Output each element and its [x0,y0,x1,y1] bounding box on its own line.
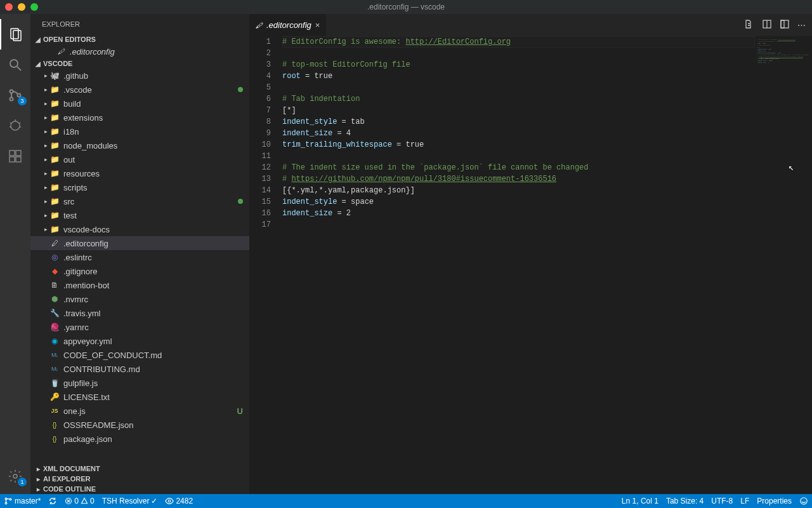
folder-build[interactable]: ▸build [30,97,249,110]
file-appveyor-yml[interactable]: appveyor.yml [30,334,249,348]
more-icon[interactable]: ⋯ [797,20,806,30]
ico-eslint [49,252,60,262]
file-gulpfile-js[interactable]: gulpfile.js [30,376,249,390]
folder-out[interactable]: ▸out [30,152,249,166]
svg-point-7 [11,121,20,130]
file--travis-yml[interactable]: .travis.yml [30,306,249,320]
file-CODE_OF_CONDUCT-md[interactable]: CODE_OF_CONDUCT.md [30,348,249,362]
tree-item-label: .eslintrc [63,253,249,262]
file--eslintrc[interactable]: .eslintrc [30,250,249,264]
file--yarnrc[interactable]: .yarnrc [30,320,249,334]
window-maximize-button[interactable] [30,3,38,11]
ico-i18n [49,126,60,137]
folder--vscode[interactable]: ▸.vscode [30,83,249,97]
chevron-right-icon: ▸ [42,156,49,163]
file--editorconfig[interactable]: .editorconfig [30,236,249,250]
tree-item-label: build [63,99,249,109]
tab-editorconfig[interactable]: .editorconfig × [249,14,326,36]
open-editor-item[interactable]: .editorconfig [30,44,249,58]
window-title: .editorconfig — vscode [367,3,445,11]
tree-item-label: LICENSE.txt [63,392,249,402]
tree-item-label: extensions [63,113,249,123]
folder-i18n[interactable]: ▸i18n [30,124,249,138]
svg-rect-14 [10,157,15,162]
folder-extensions[interactable]: ▸extensions [30,110,249,124]
diff-icon[interactable] [744,19,754,31]
ico-gh [49,70,60,81]
tree-item-label: .github [63,71,249,81]
code[interactable]: # EditorConfig is awesome: http://Editor… [282,36,755,494]
activitybar: 3 1 [0,14,30,494]
file--gitignore[interactable]: .gitignore [30,264,249,278]
status-encoding[interactable]: UTF-8 [707,494,737,508]
chevron-right-icon: ▸ [42,226,49,232]
window-minimize-button[interactable] [18,3,25,11]
folder-node_modules[interactable]: ▸node_modules [30,138,249,152]
editorconfig-icon [256,20,263,30]
status-tabsize[interactable]: Tab Size: 4 [662,494,707,508]
file-CONTRIBUTING-md[interactable]: CONTRIBUTING.md [30,362,249,376]
svg-point-29 [801,498,808,505]
folder-resources[interactable]: ▸resources [30,166,249,180]
file-LICENSE-txt[interactable]: LICENSE.txt [30,390,249,404]
chevron-right-icon: ▸ [42,184,49,190]
svg-rect-20 [781,20,789,28]
status-feedback-icon[interactable] [796,494,812,508]
tree-item-label: .vscode [63,85,238,95]
file-one-js[interactable]: one.jsU [30,404,249,418]
folder-test[interactable]: ▸test [30,208,249,222]
svg-line-3 [17,67,21,70]
ico-git [49,266,60,276]
ico-vscode [49,84,60,95]
activitybar-debug-icon[interactable] [0,110,30,141]
section-xml-document[interactable]: ▸XML DOCUMENT [30,464,249,474]
ico-folder [49,98,60,109]
status-eol[interactable]: LF [737,494,753,508]
ico-yarn [49,322,60,332]
section-open-editors[interactable]: ◢OPEN EDITORS [30,34,249,44]
activitybar-settings-icon[interactable]: 1 [0,461,30,491]
file--nvmrc[interactable]: .nvmrc [30,292,249,306]
folder-src[interactable]: ▸src [30,194,249,208]
activitybar-explorer-icon[interactable] [0,19,30,50]
ico-json [49,420,60,430]
ico-md [49,364,60,374]
tree-item-label: node_modules [63,141,249,150]
chevron-right-icon: ▸ [42,72,49,79]
editor-content[interactable]: 1234567891011121314151617 # EditorConfig… [249,36,812,494]
status-tsh-resolver[interactable]: TSH Resolver ✓ [98,494,162,508]
split-editor-icon[interactable] [762,19,772,31]
chevron-right-icon: ▸ [42,86,49,93]
status-lncol[interactable]: Ln 1, Col 1 [618,494,662,508]
tree-item-label: resources [63,169,249,178]
section-ai-explorer[interactable]: ▸AI EXPLORER [30,474,249,484]
file--mention-bot[interactable]: .mention-bot [30,278,249,292]
statusbar: master* 0 0 TSH Resolver ✓ 2482 Ln 1, Co… [0,494,812,508]
settings-badge: 1 [18,478,27,486]
minimap[interactable]: # EditorConfig is awesome: http://Editor… [755,36,812,494]
section-code-outline[interactable]: ▸CODE OUTLINE [30,484,249,494]
status-problems[interactable]: 0 0 [61,494,98,508]
file-OSSREADME-json[interactable]: OSSREADME.json [30,418,249,432]
tab-close-icon[interactable]: × [315,20,320,30]
activitybar-extensions-icon[interactable] [0,141,30,171]
folder-vscode-docs[interactable]: ▸vscode-docs [30,222,249,236]
folder--github[interactable]: ▸.github [30,69,249,83]
status-branch[interactable]: master* [0,494,44,508]
status-lang[interactable]: Properties [753,494,796,508]
svg-point-4 [10,90,13,93]
svg-rect-13 [10,150,15,156]
layout-icon[interactable] [780,19,790,31]
sidebar-title: EXPLORER [30,14,249,34]
status-sync[interactable] [44,494,61,508]
activitybar-scm-icon[interactable]: 3 [0,80,30,110]
status-eye[interactable]: 2482 [161,494,197,508]
svg-point-5 [10,98,13,101]
tree-item-label: .editorconfig [63,239,249,248]
tree-item-label: vscode-docs [63,225,249,234]
file-package-json[interactable]: package.json [30,432,249,446]
window-close-button[interactable] [5,3,13,11]
folder-scripts[interactable]: ▸scripts [30,180,249,194]
activitybar-search-icon[interactable] [0,50,30,80]
section-workspace[interactable]: ◢VSCODE [30,58,249,69]
